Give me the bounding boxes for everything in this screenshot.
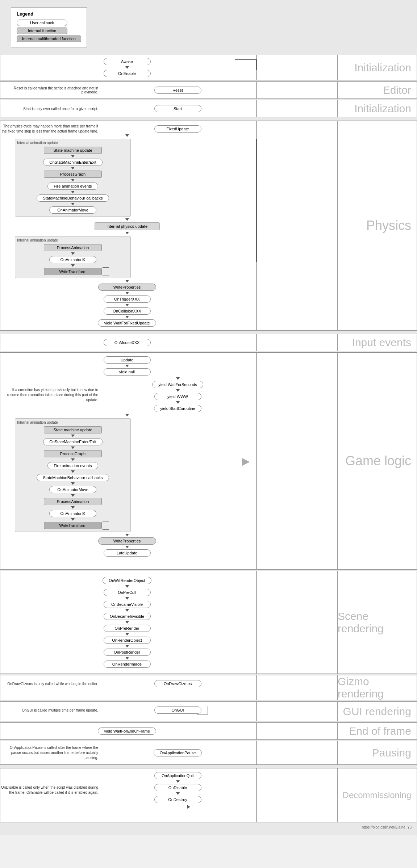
section-physics-body: The physics cycle may happen more than o… xyxy=(0,121,337,330)
section-init2-body: Start is only ever called once for a giv… xyxy=(0,100,337,117)
node-update: Update xyxy=(104,356,151,364)
node-on-application-pause: OnApplicationPause xyxy=(154,749,202,756)
node-yield-www: yield WWW xyxy=(154,393,201,400)
gui-desc: OnGUI is called multiple time per frame … xyxy=(0,708,102,712)
gizmo-desc: OnDrawGizmos is only called while workin… xyxy=(0,682,102,686)
legend-internal-function: Internal function xyxy=(17,28,67,34)
legend-item-1: Internal function xyxy=(17,28,81,34)
footer: https://blog.csdn.net/Elaine_Yu xyxy=(0,823,417,831)
section-scene-body: OnWillRenderObject OnPreCull OnBecameVis… xyxy=(0,571,337,674)
legend-box: Legend User callback Internal function I… xyxy=(11,7,87,47)
section-editor: Reset is called when the script is attac… xyxy=(0,81,417,99)
node-on-destroy: OnDestroy xyxy=(154,796,201,803)
node-on-animator-move-gl: OnAnimatorMove xyxy=(49,486,96,493)
legend-user-callback: User callback xyxy=(17,20,67,26)
node-on-state-machine-enter-exit-p: OnStateMachineEnter/Exit xyxy=(43,159,103,166)
section-pausing-body: OnApplicationPause is called after the f… xyxy=(0,741,337,764)
node-internal-physics-update: Internal physics update xyxy=(95,222,160,230)
node-on-became-invisible: OnBecameInvisible xyxy=(104,613,151,620)
node-on-mouse-xxx: OnMouseXXX xyxy=(104,339,151,346)
node-on-collision-xxx: OnCollisionXXX xyxy=(104,307,151,315)
node-on-pre-cull: OnPreCull xyxy=(104,589,151,596)
node-process-animation-gl: ProcessAnimation xyxy=(44,498,102,505)
node-process-graph-gl: ProcessGraph xyxy=(44,450,102,457)
node-reset: Reset xyxy=(154,87,201,94)
node-state-machine-update-gl: State machine update xyxy=(44,426,102,433)
node-on-state-machine-gl: OnStateMachineEnter/Exit xyxy=(43,438,103,445)
pausing-desc: OnApplicationPause is called after the f… xyxy=(0,745,102,760)
section-input-body: OnMouseXXX xyxy=(0,334,337,351)
init2-desc: Start is only ever called once for a giv… xyxy=(0,107,102,111)
arrow-awake-onenable xyxy=(125,66,129,69)
arrow-p1 xyxy=(125,134,129,137)
node-late-update: LateUpdate xyxy=(104,549,151,557)
node-onenable: OnEnable xyxy=(104,70,151,77)
node-on-animator-ik-gl: OnAnimatorIK xyxy=(49,510,96,517)
section-game-label: Game logic xyxy=(337,353,417,569)
legend-item-2: Internal multithreaded function xyxy=(17,35,81,42)
physics-desc: The physics cycle may happen more than o… xyxy=(0,124,102,134)
section-init1-label: Initialization xyxy=(337,55,417,80)
legend-item-0: User callback xyxy=(17,20,81,26)
section-gizmo-rendering: OnDrawGizmos is only called while workin… xyxy=(0,675,417,700)
node-yield-wait-fixed-update: yield WaitForFixedUpdate xyxy=(98,319,156,327)
section-eof-body: yield WaitForEndOfFrame xyxy=(0,723,337,739)
node-on-render-image: OnRenderImage xyxy=(104,661,151,668)
node-write-properties-gl: WriteProperties xyxy=(98,537,156,545)
internal-anim-label-gl: Internal animation update xyxy=(17,420,129,424)
section-decom-body: OnDisable is called only when the script… xyxy=(0,768,337,822)
page-wrapper: Legend User callback Internal function I… xyxy=(0,0,417,835)
node-write-transform-p: WriteTransform xyxy=(44,268,102,275)
node-on-trigger-xxx: OnTriggerXXX xyxy=(104,295,151,303)
node-fixedupdate: FixedUpdate xyxy=(154,125,201,133)
node-fire-anim-events-p: Fire animation events xyxy=(47,183,98,190)
legend-title: Legend xyxy=(17,11,81,17)
node-yield-start-coroutine: yield StartCoroutine xyxy=(154,405,201,412)
section-init1-body: Awake OnEnable xyxy=(0,55,337,80)
node-on-gui: OnGUI xyxy=(154,706,201,714)
node-on-animator-ik-p: OnAnimatorIK xyxy=(49,256,96,263)
node-yield-wait-end-of-frame: yield WaitForEndOfFrame xyxy=(98,727,156,735)
node-on-draw-gizmos: OnDrawGizmos xyxy=(154,680,201,687)
section-editor-body: Reset is called when the script is attac… xyxy=(0,82,337,98)
node-write-properties-p: WriteProperties xyxy=(98,284,156,291)
internal-anim-label-1: Internal animation update xyxy=(17,141,129,145)
decom-desc: OnDisable is called only when the script… xyxy=(0,785,102,795)
section-physics-label: Physics xyxy=(337,121,417,330)
section-gizmo-label: Gizmo rendering xyxy=(337,675,417,700)
section-gui-rendering: OnGUI is called multiple time per frame … xyxy=(0,701,417,721)
section-gui-label: GUI rendering xyxy=(337,702,417,721)
node-awake: Awake xyxy=(104,58,151,65)
node-on-will-render: OnWillRenderObject xyxy=(103,577,151,584)
legend-multithreaded-function: Internal multithreaded function xyxy=(17,35,81,42)
section-scene-rendering: OnWillRenderObject OnPreCull OnBecameVis… xyxy=(0,571,417,674)
node-on-pre-render: OnPreRender xyxy=(104,625,151,632)
internal-anim-update-1: Internal animation update State machine … xyxy=(15,139,131,217)
section-game-logic: ▶ Update yield null If a coroutine has y… xyxy=(0,352,417,570)
section-end-of-frame: yield WaitForEndOfFrame End of frame xyxy=(0,722,417,740)
section-gizmo-body: OnDrawGizmos is only called while workin… xyxy=(0,675,337,700)
node-on-disable: OnDisable xyxy=(154,784,201,791)
node-on-became-visible: OnBecameVisible xyxy=(104,601,151,608)
section-initialization1: Awake OnEnable Initialization xyxy=(0,55,417,80)
node-start: Start xyxy=(154,105,201,112)
section-init2-label: Initialization xyxy=(337,100,417,117)
internal-anim-label-2: Internal animation update xyxy=(17,238,129,242)
node-state-machine-behaviour-gl: StateMachineBehaviour callbacks xyxy=(37,474,109,481)
node-process-graph-p: ProcessGraph xyxy=(44,171,102,178)
coroutine-desc: If a coroutine has yielded previously bu… xyxy=(0,387,102,403)
section-decom-label: Decommissioning xyxy=(337,768,417,822)
node-fire-anim-events-gl: Fire animation events xyxy=(47,462,98,469)
editor-desc: Reset is called when the script is attac… xyxy=(0,86,102,94)
section-editor-label: Editor xyxy=(337,82,417,98)
node-state-machine-behaviour-callbacks-p: StateMachineBehaviour callbacks xyxy=(37,194,109,202)
section-physics: The physics cycle may happen more than o… xyxy=(0,121,417,331)
node-yield-wait-for-seconds: yield WaitForSeconds xyxy=(152,381,203,388)
node-state-machine-update-p: State machine update xyxy=(44,147,102,154)
node-process-animation-p: ProcessAnimation xyxy=(44,244,102,251)
node-on-animator-move-p: OnAnimatorMove xyxy=(49,206,96,214)
section-gui-body: OnGUI is called multiple time per frame … xyxy=(0,702,337,721)
node-on-application-quit: OnApplicationQuit xyxy=(154,772,201,779)
section-input-events: OnMouseXXX Input events xyxy=(0,334,417,351)
section-eof-label: End of frame xyxy=(337,723,417,739)
